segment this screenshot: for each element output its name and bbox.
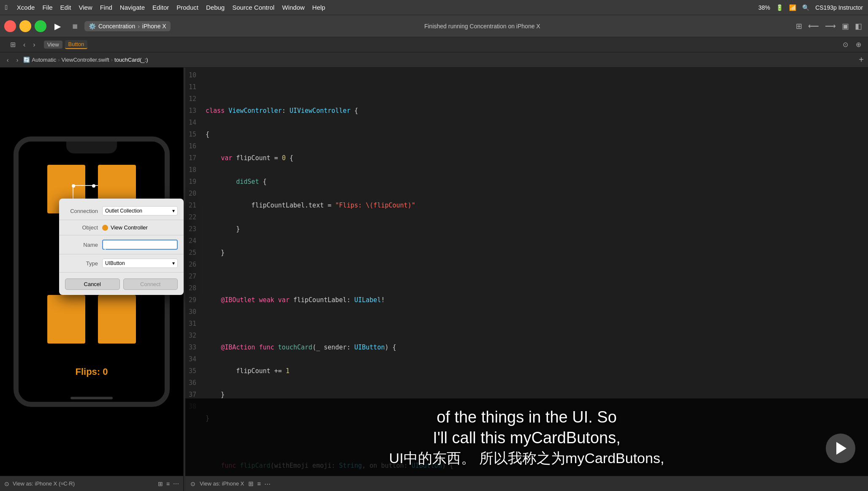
name-row: Name: [59, 238, 184, 251]
object-label: Object: [65, 224, 98, 231]
card-button-4[interactable]: [98, 295, 136, 344]
toolbar: ▶ ◼ ⚙️ Concentration › iPhone X Finished…: [0, 15, 868, 37]
breadcrumb-function[interactable]: touchCard(_:): [114, 57, 148, 63]
breadcrumb-icon-auto: 🔄: [23, 57, 30, 63]
menubar-window[interactable]: Window: [282, 4, 304, 11]
handle-tm: [92, 184, 95, 188]
menubar-file[interactable]: File: [42, 4, 52, 11]
bottom-icons: ⊞ ≡ ⋯: [248, 480, 271, 488]
wifi-icon: 📶: [789, 4, 796, 11]
dropdown-arrow: ▾: [172, 208, 175, 214]
subtitle-chinese: UI中的东西。 所以我称之为myCardButons,: [202, 449, 851, 467]
toolbar-status: Finished running Concentration on iPhone…: [174, 23, 791, 30]
library-button[interactable]: ⊞: [794, 20, 804, 33]
name-input[interactable]: [102, 240, 178, 250]
search-icon[interactable]: 🔍: [802, 4, 809, 11]
add-button[interactable]: +: [859, 55, 864, 65]
type-dropdown-arrow: ▾: [172, 260, 175, 266]
bottom-bars-icon[interactable]: ≡: [257, 480, 261, 487]
video-play-button[interactable]: [826, 434, 855, 463]
breadcrumb-automatic[interactable]: Automatic: [32, 57, 56, 63]
breadcrumb: 🔄 Automatic › ViewController.swift › tou…: [23, 57, 148, 63]
menubar-source-control[interactable]: Source Control: [232, 4, 274, 11]
scheme-app: Concentration: [98, 23, 135, 30]
close-button[interactable]: [4, 20, 16, 32]
dialog-buttons: Cancel Connect: [59, 275, 184, 291]
breadcrumb-file[interactable]: ViewController.swift: [62, 57, 109, 63]
scheme-selector[interactable]: ⚙️ Concentration › iPhone X: [84, 21, 171, 31]
minimize-button[interactable]: [19, 20, 31, 32]
run-button[interactable]: ▶: [50, 19, 65, 34]
menubar:  Xcode File Edit View Find Navigate Edi…: [0, 0, 868, 15]
menubar-help[interactable]: Help: [312, 4, 326, 11]
object-icon: [102, 225, 108, 231]
subtitle-overlay: of the things in the UI. So I'll call th…: [185, 398, 868, 476]
type-row: Type UIButton ▾: [59, 257, 184, 270]
flips-label: Flips: 0: [75, 366, 108, 377]
breadcrumb-forward[interactable]: ›: [14, 56, 21, 64]
menubar-debug[interactable]: Debug: [206, 4, 225, 11]
grid-icon[interactable]: ⊞: [158, 480, 163, 487]
simulator-status-icon: ⊙: [4, 480, 9, 487]
apple-icon[interactable]: : [5, 4, 8, 11]
options-icon[interactable]: ⋯: [173, 480, 179, 487]
connection-select[interactable]: Outlet Collection ▾: [102, 206, 178, 215]
layout-right-button[interactable]: ◧: [853, 20, 864, 33]
menubar-navigate[interactable]: Navigate: [120, 4, 145, 11]
editor-bottom-bar: ⊙ View as: iPhone X ⊞ ≡ ⋯: [185, 476, 868, 491]
menubar-editor[interactable]: Editor: [152, 4, 169, 11]
bottom-grid-icon[interactable]: ⊞: [248, 480, 254, 488]
type-select[interactable]: UIButton ▾: [102, 259, 178, 268]
code-navbar: ‹ › 🔄 Automatic › ViewController.swift ›…: [0, 52, 868, 68]
back-button[interactable]: ⟵: [806, 20, 821, 33]
name-label: Name: [65, 242, 98, 248]
stop-button[interactable]: ◼: [68, 20, 81, 33]
divider-3: [59, 254, 184, 254]
zoom-button[interactable]: ⊕: [853, 40, 864, 49]
menubar-find[interactable]: Find: [100, 4, 112, 11]
connection-row: Connection Outlet Collection ▾: [59, 205, 184, 217]
connect-button[interactable]: Connect: [123, 278, 178, 290]
bottom-status-icon: ⊙: [190, 480, 195, 487]
menubar-xcode[interactable]: Xcode: [17, 4, 35, 11]
object-value: View Controller: [102, 224, 148, 231]
subtitle-english-line2: I'll call this myCardButons,: [202, 428, 851, 448]
text-cursor: [105, 241, 106, 250]
menubar-view[interactable]: View: [79, 4, 92, 11]
connection-dialog: Connection Outlet Collection ▾ Object Vi…: [59, 199, 184, 295]
panel-view-tab[interactable]: View: [44, 41, 62, 49]
type-label: Type: [65, 260, 98, 267]
menubar-product[interactable]: Product: [176, 4, 198, 11]
connection-label: Connection: [65, 208, 98, 214]
bottom-more-icon[interactable]: ⋯: [264, 480, 271, 488]
divider-1: [59, 220, 184, 220]
scheme-separator: ›: [138, 23, 140, 30]
panel-button-tab[interactable]: Button: [65, 40, 88, 49]
layout-split-button[interactable]: ▣: [840, 20, 851, 33]
secondary-navbar: ⊞ ‹ › View Button ⊙ ⊕: [0, 37, 868, 52]
battery-icon: 🔋: [776, 4, 783, 11]
nav-back-button[interactable]: ‹: [21, 40, 28, 49]
code-area[interactable]: 10 11 12 13 14 15 16 17 18 19 20 21 22 2…: [185, 68, 868, 476]
code-editor-panel: 10 11 12 13 14 15 16 17 18 19 20 21 22 2…: [185, 68, 868, 491]
subtitle-english-line1: of the things in the UI. So: [202, 407, 851, 428]
cancel-button[interactable]: Cancel: [65, 278, 120, 290]
bars-icon[interactable]: ≡: [166, 480, 170, 487]
nav-forward-button[interactable]: ›: [30, 40, 38, 49]
menubar-right: 38% 🔋 📶 🔍 CS193p Instructor: [758, 4, 863, 11]
handle-tl: [72, 184, 75, 188]
maximize-button[interactable]: [35, 20, 46, 32]
breadcrumb-back[interactable]: ‹: [4, 56, 11, 64]
card-button-3[interactable]: [47, 295, 85, 344]
username: CS193p Instructor: [815, 4, 863, 11]
forward-button[interactable]: ⟶: [823, 20, 838, 33]
divider-2: [59, 235, 184, 235]
main-area: Flips: 0 Connection Outlet Collection ▾ …: [0, 68, 868, 491]
object-row: Object View Controller: [59, 223, 184, 232]
navbar-right-buttons: +: [859, 55, 864, 65]
toolbar-right-buttons: ⊞ ⟵ ⟶ ▣ ◧: [794, 20, 864, 33]
iphone-notch: [66, 142, 117, 153]
nav-grid-button[interactable]: ⊞: [8, 40, 18, 49]
menubar-edit[interactable]: Edit: [60, 4, 71, 11]
inspector-button[interactable]: ⊙: [840, 40, 851, 49]
